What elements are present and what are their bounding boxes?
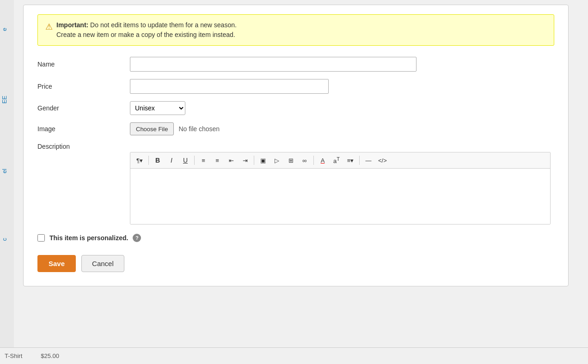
no-file-text: No file chosen (178, 125, 220, 133)
link-icon: ∞ (302, 157, 306, 164)
warning-text: Important: Do not edit items to update t… (56, 20, 237, 40)
personalized-label: This item is personalized. (49, 234, 128, 242)
main-content: ⚠ Important: Do not edit items to update… (14, 0, 588, 364)
personalized-row: This item is personalized. ? (37, 234, 554, 242)
rich-text-editor: ¶▾ B I U (130, 152, 551, 224)
help-icon[interactable]: ? (133, 234, 141, 242)
toolbar-text-color-btn[interactable]: A (316, 154, 329, 166)
source-icon: </> (378, 157, 387, 164)
ul-icon: ≡ (202, 157, 205, 164)
price-input[interactable] (130, 79, 329, 94)
gender-row: Gender Unisex Male Female (37, 101, 554, 115)
bottom-item-2: $25.00 (41, 352, 59, 359)
gender-label: Gender (37, 104, 130, 112)
bottom-bar: T-Shirt $25.00 (0, 347, 588, 364)
name-input[interactable] (130, 57, 416, 72)
warning-icon: ⚠ (45, 21, 53, 33)
toolbar-bold-btn[interactable]: B (151, 154, 164, 166)
left-nav: e EE el c (0, 0, 14, 364)
image-label: Image (37, 125, 130, 133)
toolbar-divider-3 (254, 156, 254, 165)
toolbar-source-btn[interactable]: </> (376, 154, 389, 166)
left-nav-link-3[interactable]: el (1, 169, 14, 173)
gender-select[interactable]: Unisex Male Female (130, 101, 185, 115)
font-size-icon: aT (333, 156, 340, 164)
left-nav-link-2[interactable]: EE (1, 96, 14, 103)
toolbar-align-btn[interactable]: ≡▾ (344, 154, 357, 166)
toolbar-ul-btn[interactable]: ≡ (197, 154, 210, 166)
toolbar-ol-btn[interactable]: ≡ (211, 154, 224, 166)
image-icon: ▣ (260, 157, 266, 164)
toolbar-divider-1 (148, 156, 149, 165)
paragraph-icon: ¶▾ (136, 157, 143, 164)
price-label: Price (37, 83, 130, 90)
description-label: Description (37, 143, 130, 150)
left-nav-link-4[interactable]: c (1, 238, 14, 241)
choose-file-button[interactable]: Choose File (130, 122, 174, 135)
description-label-row: Description (37, 143, 554, 150)
personalized-checkbox[interactable] (37, 234, 45, 242)
page-wrapper: e EE el c ⚠ Important: Do not edit items… (0, 0, 588, 364)
rich-content-area[interactable] (130, 169, 550, 224)
cancel-button[interactable]: Cancel (81, 255, 124, 272)
warning-bold: Important: (56, 21, 88, 29)
italic-icon: I (171, 157, 172, 164)
rich-toolbar: ¶▾ B I U (130, 152, 550, 169)
left-nav-link-1[interactable]: e (1, 28, 14, 31)
form-container: ⚠ Important: Do not edit items to update… (23, 5, 569, 286)
toolbar-divider-4 (313, 156, 314, 165)
table-icon: ⊞ (288, 157, 294, 164)
text-color-icon: A (321, 157, 325, 164)
video-icon: ▷ (275, 157, 279, 164)
align-icon: ≡▾ (347, 157, 354, 164)
name-row: Name (37, 57, 554, 72)
toolbar-paragraph-btn[interactable]: ¶▾ (133, 154, 146, 166)
toolbar-divider-2 (194, 156, 195, 165)
price-row: Price (37, 79, 554, 94)
toolbar-divider-5 (359, 156, 360, 165)
save-button[interactable]: Save (37, 255, 76, 272)
toolbar-table-btn[interactable]: ⊞ (284, 154, 297, 166)
toolbar-link-btn[interactable]: ∞ (298, 154, 311, 166)
toolbar-underline-btn[interactable]: U (179, 154, 192, 166)
toolbar-video-btn[interactable]: ▷ (270, 154, 283, 166)
underline-icon: U (183, 157, 188, 164)
bold-icon: B (155, 157, 160, 164)
warning-banner: ⚠ Important: Do not edit items to update… (37, 14, 554, 46)
toolbar-italic-btn[interactable]: I (165, 154, 178, 166)
toolbar-font-size-btn[interactable]: aT (330, 154, 343, 166)
ol-icon: ≡ (215, 157, 219, 164)
warning-line1: Do not edit items to update them for a n… (88, 21, 237, 29)
action-buttons: Save Cancel (37, 255, 554, 272)
toolbar-hr-btn[interactable]: — (362, 154, 375, 166)
toolbar-image-btn[interactable]: ▣ (257, 154, 270, 166)
indent-increase-icon: ⇥ (243, 157, 248, 164)
name-label: Name (37, 61, 130, 68)
indent-decrease-icon: ⇤ (229, 157, 234, 164)
hr-icon: — (366, 157, 372, 164)
image-row: Image Choose File No file chosen (37, 122, 554, 135)
warning-line2: Create a new item or make a copy of the … (56, 31, 235, 38)
toolbar-indent-increase-btn[interactable]: ⇥ (239, 154, 251, 166)
bottom-item-1: T-Shirt (5, 352, 22, 359)
toolbar-indent-decrease-btn[interactable]: ⇤ (225, 154, 238, 166)
